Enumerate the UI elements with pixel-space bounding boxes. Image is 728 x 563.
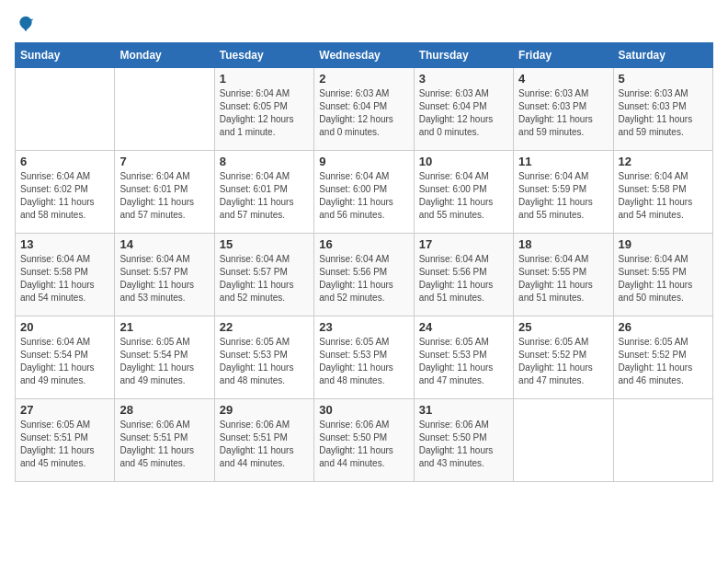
day-info: Sunrise: 6:04 AM Sunset: 5:59 PM Dayligh… bbox=[518, 170, 608, 222]
calendar-cell bbox=[613, 399, 712, 482]
calendar-cell: 1Sunrise: 6:04 AM Sunset: 6:05 PM Daylig… bbox=[214, 68, 313, 151]
day-info: Sunrise: 6:05 AM Sunset: 5:51 PM Dayligh… bbox=[20, 419, 109, 470]
calendar-cell: 24Sunrise: 6:05 AM Sunset: 5:53 PM Dayli… bbox=[414, 316, 513, 399]
calendar-body: 1Sunrise: 6:04 AM Sunset: 6:05 PM Daylig… bbox=[16, 68, 713, 482]
day-info: Sunrise: 6:04 AM Sunset: 5:54 PM Dayligh… bbox=[20, 336, 109, 387]
calendar-cell bbox=[115, 68, 214, 151]
day-info: Sunrise: 6:03 AM Sunset: 6:04 PM Dayligh… bbox=[319, 87, 408, 139]
calendar-cell: 28Sunrise: 6:06 AM Sunset: 5:51 PM Dayli… bbox=[115, 399, 214, 482]
day-number: 6 bbox=[20, 155, 109, 168]
day-info: Sunrise: 6:03 AM Sunset: 6:04 PM Dayligh… bbox=[419, 87, 508, 139]
day-info: Sunrise: 6:04 AM Sunset: 6:00 PM Dayligh… bbox=[419, 170, 508, 222]
calendar-cell: 10Sunrise: 6:04 AM Sunset: 6:00 PM Dayli… bbox=[414, 151, 513, 234]
calendar-cell bbox=[514, 399, 613, 482]
calendar-cell: 25Sunrise: 6:05 AM Sunset: 5:52 PM Dayli… bbox=[514, 316, 613, 399]
calendar-table: SundayMondayTuesdayWednesdayThursdayFrid… bbox=[15, 42, 713, 482]
calendar-week-row: 20Sunrise: 6:04 AM Sunset: 5:54 PM Dayli… bbox=[16, 316, 713, 399]
header-cell-saturday: Saturday bbox=[613, 43, 712, 68]
header-cell-thursday: Thursday bbox=[414, 43, 513, 68]
day-info: Sunrise: 6:04 AM Sunset: 5:55 PM Dayligh… bbox=[619, 253, 708, 304]
day-info: Sunrise: 6:04 AM Sunset: 6:01 PM Dayligh… bbox=[220, 170, 309, 222]
calendar-cell: 12Sunrise: 6:04 AM Sunset: 5:58 PM Dayli… bbox=[613, 151, 712, 234]
day-info: Sunrise: 6:04 AM Sunset: 6:02 PM Dayligh… bbox=[20, 170, 109, 222]
calendar-cell: 16Sunrise: 6:04 AM Sunset: 5:56 PM Dayli… bbox=[314, 234, 414, 316]
calendar-cell: 8Sunrise: 6:04 AM Sunset: 6:01 PM Daylig… bbox=[214, 151, 313, 234]
header-cell-wednesday: Wednesday bbox=[314, 43, 414, 68]
calendar-cell: 29Sunrise: 6:06 AM Sunset: 5:51 PM Dayli… bbox=[214, 399, 313, 482]
day-info: Sunrise: 6:06 AM Sunset: 5:51 PM Dayligh… bbox=[119, 419, 209, 470]
day-info: Sunrise: 6:05 AM Sunset: 5:54 PM Dayligh… bbox=[119, 336, 209, 387]
calendar-cell: 15Sunrise: 6:04 AM Sunset: 5:57 PM Dayli… bbox=[214, 234, 313, 316]
calendar-cell: 27Sunrise: 6:05 AM Sunset: 5:51 PM Dayli… bbox=[16, 399, 115, 482]
day-number: 16 bbox=[319, 237, 408, 251]
day-number: 23 bbox=[319, 320, 408, 334]
day-info: Sunrise: 6:05 AM Sunset: 5:53 PM Dayligh… bbox=[319, 336, 408, 387]
header-row: SundayMondayTuesdayWednesdayThursdayFrid… bbox=[16, 43, 713, 68]
day-info: Sunrise: 6:05 AM Sunset: 5:53 PM Dayligh… bbox=[220, 336, 309, 387]
calendar-week-row: 13Sunrise: 6:04 AM Sunset: 5:58 PM Dayli… bbox=[16, 234, 713, 316]
calendar-cell: 31Sunrise: 6:06 AM Sunset: 5:50 PM Dayli… bbox=[414, 399, 513, 482]
day-number: 10 bbox=[419, 155, 508, 168]
calendar-cell: 3Sunrise: 6:03 AM Sunset: 6:04 PM Daylig… bbox=[414, 68, 513, 151]
day-number: 3 bbox=[419, 72, 508, 86]
day-info: Sunrise: 6:05 AM Sunset: 5:52 PM Dayligh… bbox=[619, 336, 708, 387]
calendar-week-row: 27Sunrise: 6:05 AM Sunset: 5:51 PM Dayli… bbox=[16, 399, 713, 482]
day-info: Sunrise: 6:04 AM Sunset: 5:56 PM Dayligh… bbox=[319, 253, 408, 304]
calendar-header: SundayMondayTuesdayWednesdayThursdayFrid… bbox=[16, 43, 713, 68]
calendar-cell: 19Sunrise: 6:04 AM Sunset: 5:55 PM Dayli… bbox=[613, 234, 712, 316]
day-info: Sunrise: 6:04 AM Sunset: 5:56 PM Dayligh… bbox=[419, 253, 508, 304]
day-number: 21 bbox=[119, 320, 209, 334]
header-cell-friday: Friday bbox=[514, 43, 613, 68]
calendar-cell: 7Sunrise: 6:04 AM Sunset: 6:01 PM Daylig… bbox=[115, 151, 214, 234]
day-info: Sunrise: 6:04 AM Sunset: 5:57 PM Dayligh… bbox=[220, 253, 309, 304]
logo bbox=[15, 15, 35, 33]
page-header bbox=[15, 15, 713, 33]
day-number: 19 bbox=[619, 237, 708, 251]
day-info: Sunrise: 6:04 AM Sunset: 6:00 PM Dayligh… bbox=[319, 170, 408, 222]
day-number: 17 bbox=[419, 237, 508, 251]
day-info: Sunrise: 6:06 AM Sunset: 5:51 PM Dayligh… bbox=[220, 419, 309, 470]
calendar-cell: 6Sunrise: 6:04 AM Sunset: 6:02 PM Daylig… bbox=[16, 151, 115, 234]
day-number: 11 bbox=[518, 155, 608, 168]
calendar-cell bbox=[16, 68, 115, 151]
day-number: 20 bbox=[20, 320, 109, 334]
day-number: 8 bbox=[220, 155, 309, 168]
day-info: Sunrise: 6:04 AM Sunset: 5:58 PM Dayligh… bbox=[20, 253, 109, 304]
logo-text bbox=[15, 15, 35, 33]
calendar-cell: 9Sunrise: 6:04 AM Sunset: 6:00 PM Daylig… bbox=[314, 151, 414, 234]
day-number: 15 bbox=[220, 237, 309, 251]
day-number: 26 bbox=[619, 320, 708, 334]
day-info: Sunrise: 6:04 AM Sunset: 5:55 PM Dayligh… bbox=[518, 253, 608, 304]
day-number: 25 bbox=[518, 320, 608, 334]
day-number: 7 bbox=[119, 155, 209, 168]
logo-bird-icon bbox=[17, 15, 35, 33]
day-info: Sunrise: 6:03 AM Sunset: 6:03 PM Dayligh… bbox=[619, 87, 708, 139]
calendar-cell: 5Sunrise: 6:03 AM Sunset: 6:03 PM Daylig… bbox=[613, 68, 712, 151]
calendar-cell: 14Sunrise: 6:04 AM Sunset: 5:57 PM Dayli… bbox=[115, 234, 214, 316]
day-info: Sunrise: 6:06 AM Sunset: 5:50 PM Dayligh… bbox=[419, 419, 508, 470]
day-number: 14 bbox=[119, 237, 209, 251]
day-number: 22 bbox=[220, 320, 309, 334]
day-number: 5 bbox=[619, 72, 708, 86]
day-number: 2 bbox=[319, 72, 408, 86]
calendar-cell: 20Sunrise: 6:04 AM Sunset: 5:54 PM Dayli… bbox=[16, 316, 115, 399]
day-info: Sunrise: 6:06 AM Sunset: 5:50 PM Dayligh… bbox=[319, 419, 408, 470]
header-cell-monday: Monday bbox=[115, 43, 214, 68]
day-number: 9 bbox=[319, 155, 408, 168]
day-info: Sunrise: 6:04 AM Sunset: 6:01 PM Dayligh… bbox=[119, 170, 209, 222]
day-number: 28 bbox=[119, 403, 209, 417]
calendar-cell: 22Sunrise: 6:05 AM Sunset: 5:53 PM Dayli… bbox=[214, 316, 313, 399]
day-info: Sunrise: 6:03 AM Sunset: 6:03 PM Dayligh… bbox=[518, 87, 608, 139]
calendar-cell: 21Sunrise: 6:05 AM Sunset: 5:54 PM Dayli… bbox=[115, 316, 214, 399]
day-number: 4 bbox=[518, 72, 608, 86]
day-number: 13 bbox=[20, 237, 109, 251]
day-number: 18 bbox=[518, 237, 608, 251]
calendar-cell: 30Sunrise: 6:06 AM Sunset: 5:50 PM Dayli… bbox=[314, 399, 414, 482]
day-info: Sunrise: 6:04 AM Sunset: 6:05 PM Dayligh… bbox=[220, 87, 309, 139]
calendar-cell: 18Sunrise: 6:04 AM Sunset: 5:55 PM Dayli… bbox=[514, 234, 613, 316]
day-number: 1 bbox=[220, 72, 309, 86]
day-number: 29 bbox=[220, 403, 309, 417]
day-info: Sunrise: 6:05 AM Sunset: 5:53 PM Dayligh… bbox=[419, 336, 508, 387]
calendar-cell: 2Sunrise: 6:03 AM Sunset: 6:04 PM Daylig… bbox=[314, 68, 414, 151]
header-cell-sunday: Sunday bbox=[16, 43, 115, 68]
